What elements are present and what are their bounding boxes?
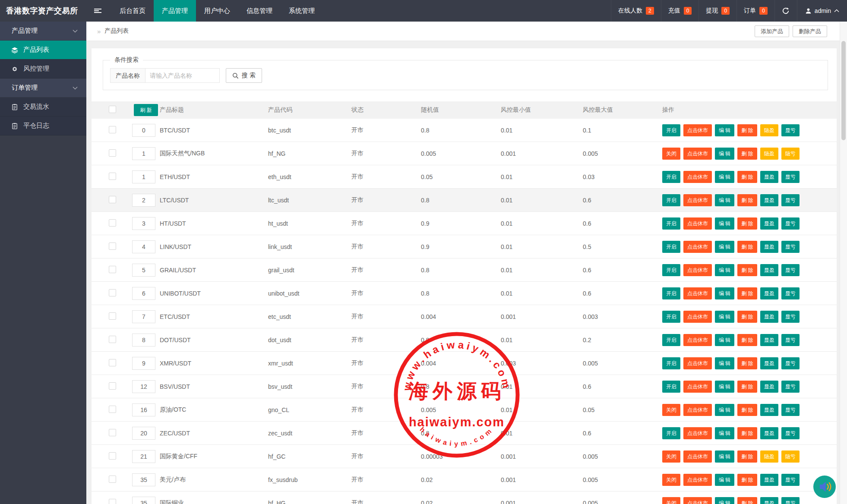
- sort-order-input[interactable]: [132, 217, 155, 230]
- row-checkbox[interactable]: [109, 476, 116, 483]
- row-checkbox[interactable]: [109, 382, 116, 390]
- toggle-market-button[interactable]: 开启: [662, 171, 680, 183]
- toggle-market-button[interactable]: 开启: [662, 381, 680, 393]
- toggle-market-button[interactable]: 关闭: [662, 450, 680, 463]
- pause-market-button[interactable]: 点击休市: [683, 171, 712, 183]
- topbar-stat[interactable]: 充值 0: [661, 0, 699, 22]
- toggle-market-button[interactable]: 开启: [662, 241, 680, 253]
- pause-market-button[interactable]: 点击休市: [683, 404, 712, 416]
- row-checkbox[interactable]: [109, 406, 116, 413]
- profit-visibility-button[interactable]: 显盈: [760, 311, 778, 323]
- sort-order-input[interactable]: [132, 380, 155, 393]
- delete-button[interactable]: 删 除: [737, 171, 757, 183]
- profit-visibility-button[interactable]: 隐盈: [760, 148, 778, 160]
- sort-order-input[interactable]: [132, 450, 155, 463]
- profit-visibility-button[interactable]: 显盈: [760, 171, 778, 183]
- profit-visibility-button[interactable]: 显盈: [760, 334, 778, 346]
- pause-market-button[interactable]: 点击休市: [683, 311, 712, 323]
- loss-visibility-button[interactable]: 显亏: [781, 334, 800, 346]
- pause-market-button[interactable]: 点击休市: [683, 497, 712, 504]
- delete-button[interactable]: 删 除: [737, 334, 757, 346]
- edit-button[interactable]: 编 辑: [715, 287, 734, 299]
- row-checkbox[interactable]: [109, 126, 116, 133]
- sort-order-input[interactable]: [132, 240, 155, 253]
- row-checkbox[interactable]: [109, 429, 116, 436]
- topbar-stat[interactable]: 在线人数 2: [611, 0, 661, 22]
- pause-market-button[interactable]: 点击休市: [683, 381, 712, 393]
- sound-toggle-button[interactable]: [813, 476, 836, 498]
- edit-button[interactable]: 编 辑: [715, 334, 734, 346]
- edit-button[interactable]: 编 辑: [715, 450, 734, 463]
- sort-order-input[interactable]: [132, 287, 155, 300]
- row-checkbox[interactable]: [109, 452, 116, 460]
- toggle-market-button[interactable]: 关闭: [662, 148, 680, 160]
- edit-button[interactable]: 编 辑: [715, 474, 734, 486]
- row-checkbox[interactable]: [109, 266, 116, 273]
- row-checkbox[interactable]: [109, 289, 116, 296]
- sort-order-input[interactable]: [132, 124, 155, 137]
- pause-market-button[interactable]: 点击休市: [683, 148, 712, 160]
- row-checkbox[interactable]: [109, 336, 116, 343]
- row-checkbox[interactable]: [109, 219, 116, 227]
- select-all-checkbox[interactable]: [109, 106, 116, 113]
- top-nav-item[interactable]: 产品管理: [154, 0, 196, 22]
- pause-market-button[interactable]: 点击休市: [683, 194, 712, 206]
- loss-visibility-button[interactable]: 隐亏: [781, 450, 800, 463]
- loss-visibility-button[interactable]: 显亏: [781, 241, 800, 253]
- sidebar-item[interactable]: 交易流水: [0, 98, 86, 117]
- sort-order-input[interactable]: [132, 310, 155, 323]
- edit-button[interactable]: 编 辑: [715, 404, 734, 416]
- loss-visibility-button[interactable]: 显亏: [781, 171, 800, 183]
- toggle-market-button[interactable]: 开启: [662, 217, 680, 230]
- toggle-market-button[interactable]: 开启: [662, 311, 680, 323]
- loss-visibility-button[interactable]: 显亏: [781, 311, 800, 323]
- profit-visibility-button[interactable]: 显盈: [760, 287, 778, 299]
- edit-button[interactable]: 编 辑: [715, 124, 734, 136]
- profit-visibility-button[interactable]: 显盈: [760, 381, 778, 393]
- edit-button[interactable]: 编 辑: [715, 194, 734, 206]
- edit-button[interactable]: 编 辑: [715, 497, 734, 504]
- row-checkbox[interactable]: [109, 243, 116, 250]
- delete-button[interactable]: 删 除: [737, 264, 757, 276]
- toggle-market-button[interactable]: 关闭: [662, 404, 680, 416]
- pause-market-button[interactable]: 点击休市: [683, 264, 712, 276]
- add-product-button[interactable]: 添加产品: [755, 25, 789, 37]
- profit-visibility-button[interactable]: 显盈: [760, 474, 778, 486]
- profit-visibility-button[interactable]: 显盈: [760, 497, 778, 504]
- loss-visibility-button[interactable]: 显亏: [781, 264, 800, 276]
- profit-visibility-button[interactable]: 显盈: [760, 264, 778, 276]
- loss-visibility-button[interactable]: 显亏: [781, 287, 800, 299]
- loss-visibility-button[interactable]: 显亏: [781, 124, 800, 136]
- top-nav-item[interactable]: 系统管理: [281, 0, 323, 22]
- sort-order-input[interactable]: [132, 147, 155, 160]
- sidebar-group-header[interactable]: 产品管理: [0, 22, 86, 41]
- edit-button[interactable]: 编 辑: [715, 241, 734, 253]
- toggle-market-button[interactable]: 开启: [662, 334, 680, 346]
- sidebar-group-header[interactable]: 订单管理: [0, 79, 86, 98]
- delete-product-button[interactable]: 删除产品: [793, 25, 827, 37]
- delete-button[interactable]: 删 除: [737, 404, 757, 416]
- sort-order-input[interactable]: [132, 427, 155, 440]
- profit-visibility-button[interactable]: 显盈: [760, 217, 778, 230]
- profit-visibility-button[interactable]: 显盈: [760, 357, 778, 369]
- toggle-market-button[interactable]: 开启: [662, 357, 680, 369]
- edit-button[interactable]: 编 辑: [715, 357, 734, 369]
- profit-visibility-button[interactable]: 隐盈: [760, 450, 778, 463]
- pause-market-button[interactable]: 点击休市: [683, 241, 712, 253]
- edit-button[interactable]: 编 辑: [715, 217, 734, 230]
- row-checkbox[interactable]: [109, 196, 116, 203]
- product-name-input[interactable]: [145, 68, 220, 83]
- edit-button[interactable]: 编 辑: [715, 427, 734, 439]
- delete-button[interactable]: 删 除: [737, 287, 757, 299]
- delete-button[interactable]: 删 除: [737, 217, 757, 230]
- row-checkbox[interactable]: [109, 499, 116, 504]
- loss-visibility-button[interactable]: 显亏: [781, 381, 800, 393]
- edit-button[interactable]: 编 辑: [715, 311, 734, 323]
- row-checkbox[interactable]: [109, 149, 116, 157]
- sort-order-input[interactable]: [132, 473, 155, 486]
- toggle-market-button[interactable]: 开启: [662, 287, 680, 299]
- sidebar-item[interactable]: 产品列表: [0, 41, 86, 60]
- sidebar-item[interactable]: 平仓日志: [0, 117, 86, 135]
- sort-order-input[interactable]: [132, 264, 155, 277]
- toggle-market-button[interactable]: 开启: [662, 427, 680, 439]
